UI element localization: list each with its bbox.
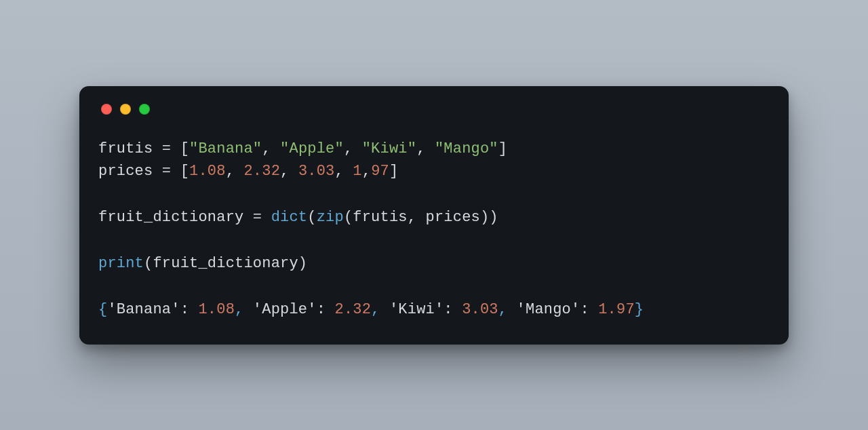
code-line-3: fruit_dictionary = dict(zip(frutis, pric… bbox=[98, 209, 498, 226]
func-print: print bbox=[98, 255, 144, 272]
number: 1 bbox=[353, 163, 361, 180]
arg-prices: prices bbox=[426, 209, 480, 226]
code-line-1: frutis = ["Banana", "Apple", "Kiwi", "Ma… bbox=[98, 140, 507, 157]
comma: , bbox=[235, 301, 253, 318]
paren-close: ) bbox=[480, 209, 489, 226]
number: 97 bbox=[371, 163, 389, 180]
out-key-mango: 'Mango' bbox=[517, 301, 580, 318]
colon: : bbox=[317, 301, 335, 318]
var-prices: prices bbox=[98, 163, 153, 180]
comma: , bbox=[416, 140, 435, 157]
paren-close: ) bbox=[489, 209, 498, 226]
number: 2.32 bbox=[243, 163, 280, 180]
string-mango: "Mango" bbox=[435, 140, 498, 157]
string-apple: "Apple" bbox=[280, 140, 344, 157]
window-traffic-lights bbox=[98, 104, 770, 115]
minimize-icon[interactable] bbox=[120, 104, 131, 115]
string-banana: "Banana" bbox=[189, 140, 262, 157]
var-fruit-dictionary: fruit_dictionary bbox=[98, 209, 243, 226]
output-line: {'Banana': 1.08, 'Apple': 2.32, 'Kiwi': … bbox=[98, 301, 644, 318]
brace-close: } bbox=[635, 301, 644, 318]
paren-open: ( bbox=[344, 209, 353, 226]
comma: , bbox=[498, 301, 517, 318]
comma: , bbox=[344, 140, 362, 157]
out-key-kiwi: 'Kiwi' bbox=[389, 301, 443, 318]
comma: , bbox=[371, 301, 389, 318]
code-line-2: prices = [1.08, 2.32, 3.03, 1,97] bbox=[98, 163, 398, 180]
bracket-close: ] bbox=[498, 140, 507, 157]
string-kiwi: "Kiwi" bbox=[362, 140, 416, 157]
colon: : bbox=[443, 301, 462, 318]
equals: = bbox=[153, 140, 180, 157]
comma: , bbox=[362, 163, 371, 180]
out-key-apple: 'Apple' bbox=[253, 301, 317, 318]
number: 1.08 bbox=[189, 163, 226, 180]
func-dict: dict bbox=[271, 209, 308, 226]
code-block: frutis = ["Banana", "Apple", "Kiwi", "Ma… bbox=[98, 138, 770, 321]
colon: : bbox=[180, 301, 199, 318]
out-key-banana: 'Banana' bbox=[107, 301, 180, 318]
zoom-icon[interactable] bbox=[139, 104, 150, 115]
arg-fruit-dictionary: fruit_dictionary bbox=[153, 255, 298, 272]
comma: , bbox=[408, 209, 426, 226]
paren-open: ( bbox=[307, 209, 316, 226]
brace-open: { bbox=[98, 301, 107, 318]
comma: , bbox=[226, 163, 244, 180]
out-value: 3.03 bbox=[462, 301, 498, 318]
arg-frutis: frutis bbox=[353, 209, 407, 226]
comma: , bbox=[335, 163, 353, 180]
code-window: frutis = ["Banana", "Apple", "Kiwi", "Ma… bbox=[79, 86, 789, 345]
comma: , bbox=[262, 140, 280, 157]
var-frutis: frutis bbox=[98, 140, 153, 157]
bracket-close: ] bbox=[389, 163, 398, 180]
paren-close: ) bbox=[298, 255, 307, 272]
number: 3.03 bbox=[298, 163, 335, 180]
paren-open: ( bbox=[144, 255, 153, 272]
comma: , bbox=[280, 163, 298, 180]
equals: = bbox=[243, 209, 271, 226]
bracket-open: [ bbox=[180, 163, 189, 180]
out-value: 2.32 bbox=[335, 301, 372, 318]
bracket-open: [ bbox=[180, 140, 189, 157]
stage: frutis = ["Banana", "Apple", "Kiwi", "Ma… bbox=[0, 0, 868, 430]
colon: : bbox=[580, 301, 598, 318]
equals: = bbox=[153, 163, 180, 180]
out-value: 1.08 bbox=[198, 301, 235, 318]
close-icon[interactable] bbox=[101, 104, 112, 115]
out-value: 1.97 bbox=[598, 301, 635, 318]
func-zip: zip bbox=[317, 209, 344, 226]
code-line-4: print(fruit_dictionary) bbox=[98, 255, 307, 272]
